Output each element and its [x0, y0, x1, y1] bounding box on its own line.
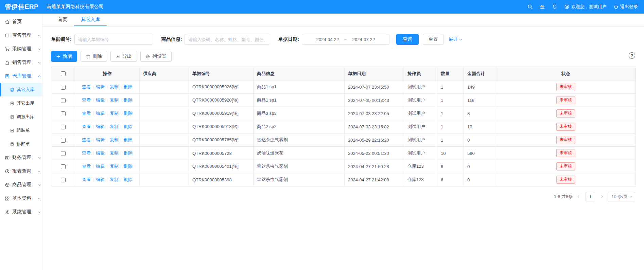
- edit-link[interactable]: 编辑: [96, 111, 105, 116]
- sidebar-subitem-disassembly[interactable]: 拆卸单: [0, 137, 42, 151]
- view-link[interactable]: 查看: [82, 97, 91, 103]
- tab-other-inbound[interactable]: 其它入库: [74, 14, 107, 26]
- order-no-input[interactable]: [74, 34, 153, 45]
- row-checkbox[interactable]: [61, 178, 66, 182]
- prev-page-button[interactable]: [576, 192, 582, 201]
- copy-link[interactable]: 复制: [110, 97, 119, 103]
- copy-link[interactable]: 复制: [110, 111, 119, 116]
- chevron-down-icon: [38, 156, 40, 158]
- delete-link[interactable]: 删除: [124, 150, 133, 156]
- edit-link[interactable]: 编辑: [96, 150, 105, 156]
- sidebar-item-warehouse[interactable]: 仓库管理: [0, 69, 42, 83]
- sidebar-item-goods[interactable]: 商品管理: [0, 178, 42, 192]
- date-from[interactable]: 2024-04-22: [316, 37, 339, 42]
- date-separator: ~: [344, 37, 347, 42]
- table-row: 查看编辑复制删除 QTRK00000005401[转] 雷达杀虫气雾剂 2024…: [51, 160, 636, 173]
- column-settings-button[interactable]: 列设置: [140, 51, 172, 62]
- delete-link[interactable]: 删除: [124, 97, 133, 103]
- search-icon[interactable]: [527, 4, 533, 10]
- reset-button[interactable]: 重置: [423, 34, 444, 45]
- row-checkbox[interactable]: [61, 151, 66, 156]
- view-link[interactable]: 查看: [82, 124, 91, 129]
- search-button[interactable]: 查询: [396, 34, 419, 45]
- qty-cell: 1: [437, 94, 464, 107]
- view-link[interactable]: 查看: [82, 150, 91, 156]
- edit-link[interactable]: 编辑: [96, 164, 105, 169]
- copy-link[interactable]: 复制: [110, 124, 119, 129]
- order-no-cell: QTRK00000005926[转]: [189, 80, 254, 94]
- app-logo: 管伊佳ERP: [0, 2, 42, 11]
- row-checkbox[interactable]: [61, 98, 66, 103]
- logout-button[interactable]: 退出登录: [613, 4, 638, 10]
- help-icon[interactable]: ?: [629, 52, 635, 59]
- copy-link[interactable]: 复制: [110, 164, 119, 169]
- sidebar-subitem-other-inbound[interactable]: 其它入库: [0, 83, 42, 96]
- sidebar-item-system[interactable]: 系统管理: [0, 205, 42, 219]
- sidebar-item-label: 报表查询: [12, 168, 31, 174]
- tab-home[interactable]: 首页: [51, 14, 74, 26]
- sidebar-item-home[interactable]: 首页: [0, 15, 42, 29]
- date-cell: 2024-07-07 23:45:50: [345, 80, 404, 94]
- delete-link[interactable]: 删除: [124, 164, 133, 169]
- sidebar-item-purchase[interactable]: 采购管理: [0, 42, 42, 56]
- bell-icon[interactable]: [552, 4, 557, 10]
- export-button[interactable]: 导出: [110, 51, 137, 62]
- edit-link[interactable]: 编辑: [96, 84, 105, 89]
- row-checkbox[interactable]: [61, 125, 66, 129]
- copy-link[interactable]: 复制: [110, 137, 119, 142]
- col-header-operator: 操作员: [404, 67, 437, 80]
- sidebar-item-basic-data[interactable]: 基本资料: [0, 192, 42, 205]
- table-row: 查看编辑复制删除 QTRK00000005919[转] 商品3 sp3 2024…: [51, 107, 636, 120]
- order-no-cell: QTRK00000005401[转]: [189, 160, 254, 173]
- delete-link[interactable]: 删除: [124, 84, 133, 89]
- edit-link[interactable]: 编辑: [96, 97, 105, 103]
- table-row: 查看编辑复制删除 QTRK00000005765[转] 雷达杀虫气雾剂 2024…: [51, 133, 636, 147]
- delete-link[interactable]: 删除: [124, 124, 133, 129]
- select-all-checkbox[interactable]: [61, 71, 66, 76]
- row-checkbox[interactable]: [61, 111, 66, 116]
- copy-link[interactable]: 复制: [110, 84, 119, 89]
- delete-link[interactable]: 删除: [124, 177, 133, 182]
- view-link[interactable]: 查看: [82, 84, 91, 89]
- edit-link[interactable]: 编辑: [96, 177, 105, 182]
- sidebar-item-retail[interactable]: 零售管理: [0, 29, 42, 42]
- add-button[interactable]: 新增: [51, 51, 77, 62]
- copy-link[interactable]: 复制: [110, 150, 119, 156]
- bank-icon[interactable]: [540, 4, 545, 10]
- copy-link[interactable]: 复制: [110, 177, 119, 182]
- product-info-input[interactable]: [185, 34, 270, 45]
- sidebar-item-finance[interactable]: 财务管理: [0, 151, 42, 164]
- sidebar-subitem-label: 拆卸单: [17, 141, 30, 147]
- delete-link[interactable]: 删除: [124, 111, 133, 116]
- date-to[interactable]: 2024-07-22: [352, 37, 375, 42]
- operator-cell: 测试用户: [404, 107, 437, 120]
- next-page-button[interactable]: [598, 192, 605, 201]
- order-no-cell: QTRK00000005765[转]: [189, 133, 254, 147]
- status-badge: 未审核: [556, 162, 575, 170]
- welcome-user[interactable]: 欢迎您，测试用户: [564, 4, 607, 10]
- date-range-picker[interactable]: 2024-04-22 ~ 2024-07-22: [302, 34, 389, 45]
- view-link[interactable]: 查看: [82, 164, 91, 169]
- sidebar-item-sales[interactable]: 销售管理: [0, 56, 42, 69]
- status-badge: 未审核: [556, 136, 575, 144]
- plus-icon: [56, 54, 60, 59]
- view-link[interactable]: 查看: [82, 177, 91, 182]
- edit-link[interactable]: 编辑: [96, 137, 105, 142]
- sidebar-subitem-assembly[interactable]: 组装单: [0, 124, 42, 137]
- sidebar-item-reports[interactable]: 报表查询: [0, 164, 42, 178]
- delete-link[interactable]: 删除: [124, 137, 133, 142]
- page-number-button[interactable]: 1: [586, 192, 595, 201]
- page-size-select[interactable]: 10 条/页: [608, 192, 635, 201]
- row-checkbox[interactable]: [61, 85, 66, 90]
- row-checkbox[interactable]: [61, 164, 66, 169]
- delete-button[interactable]: 删除: [81, 51, 107, 62]
- amount-cell: 580: [464, 147, 496, 160]
- sidebar-subitem-transfer-outbound[interactable]: 调拨出库: [0, 110, 42, 124]
- view-link[interactable]: 查看: [82, 137, 91, 142]
- row-checkbox[interactable]: [61, 138, 66, 143]
- link-divider: [121, 98, 121, 102]
- view-link[interactable]: 查看: [82, 111, 91, 116]
- sidebar-subitem-other-outbound[interactable]: 其它出库: [0, 96, 42, 110]
- expand-link[interactable]: 展开: [449, 36, 462, 42]
- edit-link[interactable]: 编辑: [96, 124, 105, 129]
